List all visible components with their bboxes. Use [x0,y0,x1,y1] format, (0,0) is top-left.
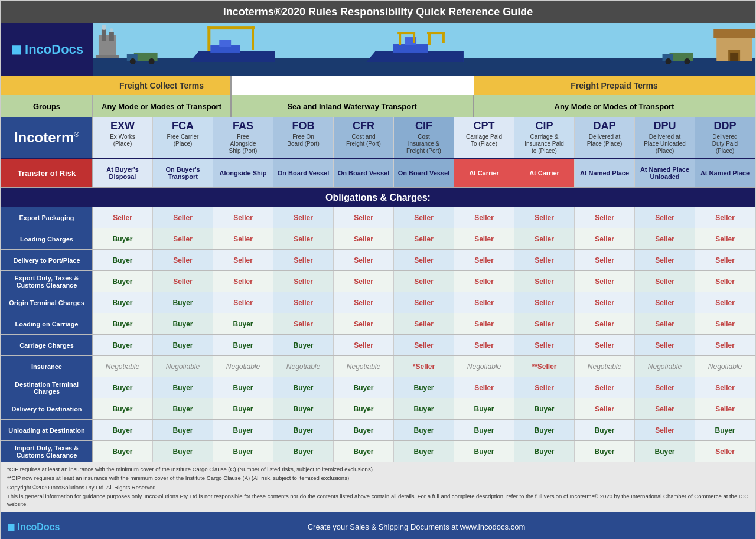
data-cell-0-4: Seller [334,207,394,228]
incoterm-label: Incoterm® [1,117,93,158]
data-cell-11-8: Buyer [575,441,635,462]
data-row-11: Import Duty, Taxes & Customs ClearanceBu… [1,441,755,462]
groups-cell: Groups [1,95,93,117]
data-cell-1-9: Seller [635,228,695,249]
data-cell-2-9: Seller [635,250,695,270]
data-cell-1-7: Seller [514,228,575,249]
data-cell-2-1: Seller [153,250,213,270]
incoterm-columns: EXWEx Works(Place)FCAFree Carrier(Place)… [93,117,755,158]
data-cell-3-0: Buyer [93,271,153,292]
data-cell-1-2: Seller [213,228,273,249]
col-desc-ddp: DeliveredDuty Paid(Place) [711,132,739,156]
svg-point-11 [149,58,155,64]
data-cell-5-9: Seller [635,313,695,334]
incoterm-col-fob: FOBFree OnBoard (Port) [273,117,334,158]
svg-rect-4 [109,32,114,41]
row-label-6: Carriage Charges [1,335,93,355]
data-cell-6-3: Buyer [273,335,334,355]
col-code-cpt: CPT [474,120,495,132]
data-cell-9-9: Seller [635,398,695,419]
data-cell-4-4: Seller [334,292,394,313]
col-desc-fas: FreeAlongsideShip (Port) [228,132,259,156]
data-cell-11-3: Buyer [273,441,334,462]
svg-marker-20 [366,51,463,62]
data-cell-11-0: Buyer [93,441,153,462]
data-cell-4-3: Seller [273,292,334,313]
data-cell-9-10: Seller [695,398,755,419]
col-desc-cif: CostInsurance &Freight (Port) [405,132,442,156]
data-cell-4-7: Seller [514,292,575,313]
risk-label: Transfer of Risk [1,159,93,187]
footer-row: ◼ IncoDocs Create your Sales & Shipping … [1,512,755,539]
freight-collect-label: Freight Collect Terms [93,76,232,95]
data-cell-9-7: Buyer [514,398,575,419]
data-cell-4-1: Buyer [153,292,213,313]
data-cell-4-6: Seller [454,292,514,313]
data-cell-10-7: Buyer [514,420,575,440]
data-cell-7-1: Negotiable [153,356,213,377]
data-cell-1-6: Seller [454,228,514,249]
incoterm-col-fas: FASFreeAlongsideShip (Port) [213,117,273,158]
svg-point-31 [666,58,672,64]
incoterm-col-cpt: CPTCarriage PaidTo (Place) [454,117,514,158]
col-code-dap: DAP [593,120,615,132]
data-cell-1-8: Seller [575,228,635,249]
risk-col-5: On Board Vessel [394,159,454,187]
col-desc-cfr: Cost andFreight (Port) [345,132,382,149]
data-cell-9-1: Buyer [153,398,213,419]
data-cell-7-6: Negotiable [454,356,514,377]
svg-rect-21 [393,44,428,53]
footer-logo: ◼ IncoDocs [7,521,84,533]
data-cell-4-9: Seller [635,292,695,313]
row-label-5: Loading on Carriage [1,313,93,334]
freight-banner: Freight Collect Terms Freight Prepaid Te… [1,76,755,95]
data-cell-8-9: Seller [635,377,695,398]
svg-marker-34 [713,29,755,38]
data-cell-8-2: Buyer [213,377,273,398]
data-cell-4-5: Seller [394,292,454,313]
data-cell-3-1: Seller [153,271,213,292]
data-cell-4-0: Buyer [93,292,153,313]
data-cell-9-8: Seller [575,398,635,419]
risk-columns: At Buyer's DisposalOn Buyer's TransportA… [93,159,755,187]
data-cell-7-3: Negotiable [273,356,334,377]
data-cell-2-2: Seller [213,250,273,270]
svg-point-6 [102,25,106,30]
data-row-2: Delivery to Port/PlaceBuyerSellerSellerS… [1,250,755,271]
data-cell-6-10: Seller [695,335,755,355]
data-cell-5-6: Seller [454,313,514,334]
data-row-1: Loading ChargesBuyerSellerSellerSellerSe… [1,228,755,250]
svg-point-10 [130,58,136,64]
col-code-fas: FAS [233,120,253,132]
main-container: Incoterms®2020 Rules Responsibility Quic… [0,0,756,539]
row-label-10: Unloading at Destination [1,420,93,440]
data-cell-10-3: Buyer [273,420,334,440]
footer-note-2: Copyright ©2020 IncoSolutions Pty Ltd. A… [7,484,749,491]
risk-col-6: At Carrier [454,159,514,187]
data-cell-11-5: Buyer [394,441,454,462]
data-cell-4-10: Seller [695,292,755,313]
col-code-exw: EXW [110,120,135,132]
incoterm-col-exw: EXWEx Works(Place) [93,117,153,158]
data-cell-6-0: Buyer [93,335,153,355]
row-label-0: Export Packaging [1,207,93,228]
data-cell-5-10: Seller [695,313,755,334]
data-cell-3-6: Seller [454,271,514,292]
data-cell-0-9: Seller [635,207,695,228]
transport-any-mode-1: Any Mode or Modes of Transport [93,95,232,117]
footer-logo-suffix: Docs [37,522,60,532]
data-cell-5-4: Seller [334,313,394,334]
data-cell-2-0: Buyer [93,250,153,270]
data-cell-10-6: Buyer [454,420,514,440]
data-row-6: Carriage ChargesBuyerBuyerBuyerBuyerSell… [1,335,755,356]
incoterm-col-dpu: DPUDelivered atPlace Unloaded(Place) [635,117,695,158]
svg-marker-16 [190,51,275,62]
data-cell-10-2: Buyer [213,420,273,440]
incoterm-title: Incoterm® [14,129,79,146]
logo-suffix: Docs [51,42,83,57]
data-cell-2-10: Seller [695,250,755,270]
risk-col-0: At Buyer's Disposal [93,159,153,187]
header-row: ◼ IncoDocs [1,23,755,76]
data-cell-1-10: Seller [695,228,755,249]
data-rows: Export PackagingSellerSellerSellerSeller… [1,207,755,462]
